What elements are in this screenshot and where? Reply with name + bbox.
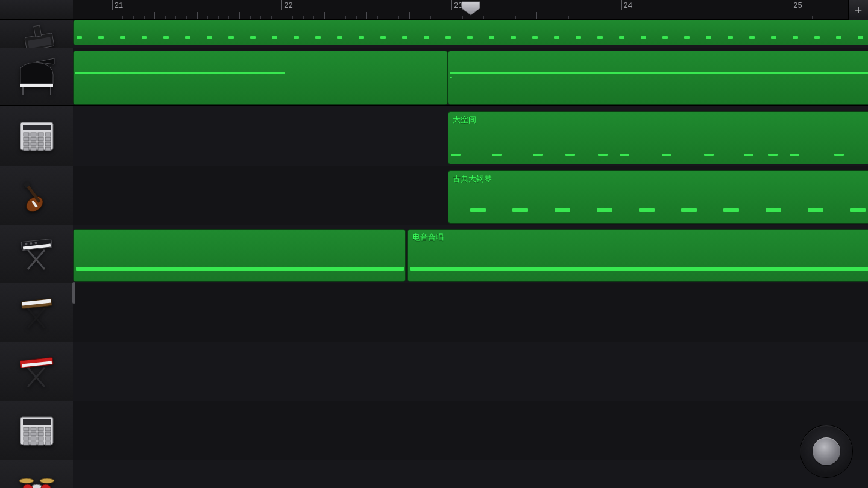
- svg-rect-48: [38, 427, 43, 431]
- svg-rect-51: [31, 432, 36, 436]
- svg-rect-23: [38, 147, 43, 151]
- svg-point-65: [23, 484, 33, 489]
- svg-rect-24: [45, 147, 51, 151]
- svg-rect-49: [45, 427, 51, 431]
- track-header-t1[interactable]: [0, 48, 73, 106]
- svg-point-63: [40, 478, 54, 483]
- plus-icon: +: [855, 2, 863, 18]
- svg-rect-54: [24, 437, 29, 440]
- track-header-t2[interactable]: [0, 106, 73, 166]
- region-r5b[interactable]: 电音合唱: [407, 229, 868, 282]
- track-header-t5[interactable]: [0, 283, 73, 342]
- red-keyboard-icon: [14, 352, 59, 392]
- region-r5a[interactable]: [73, 229, 406, 282]
- svg-rect-52: [38, 432, 43, 436]
- sidebar-scrollbar-thumb[interactable]: [72, 282, 75, 304]
- svg-rect-11: [38, 133, 43, 136]
- add-track-button[interactable]: +: [848, 0, 868, 20]
- svg-point-66: [41, 484, 51, 489]
- synth-stand-icon: [14, 234, 59, 274]
- svg-rect-60: [38, 442, 43, 445]
- svg-rect-61: [45, 442, 51, 445]
- svg-rect-57: [45, 437, 51, 440]
- svg-rect-2: [33, 25, 41, 37]
- playhead-line: [471, 0, 471, 488]
- drum-machine-icon: [14, 411, 59, 451]
- track-header-t7[interactable]: [0, 401, 73, 460]
- svg-rect-13: [24, 137, 29, 141]
- region-r1[interactable]: [73, 51, 448, 105]
- svg-rect-15: [38, 137, 43, 141]
- bar-number: 21: [115, 1, 123, 10]
- svg-rect-50: [24, 432, 29, 436]
- track-headers-sidebar[interactable]: [0, 0, 73, 488]
- svg-rect-16: [45, 137, 51, 141]
- svg-rect-59: [31, 442, 36, 445]
- region-r3[interactable]: 大空间: [448, 111, 868, 164]
- track-header-t0[interactable]: [0, 20, 73, 48]
- svg-rect-55: [31, 437, 36, 440]
- bar-number: 22: [284, 1, 292, 10]
- region-label: 电音合唱: [412, 232, 444, 243]
- svg-rect-58: [24, 442, 29, 445]
- svg-rect-47: [31, 427, 36, 431]
- region-r4[interactable]: 古典大钢琴: [448, 170, 868, 224]
- svg-rect-22: [31, 147, 36, 151]
- drum-kit-icon: [14, 470, 59, 489]
- svg-rect-9: [24, 133, 29, 136]
- grand-piano-icon: [14, 57, 59, 97]
- svg-rect-14: [31, 137, 36, 141]
- svg-rect-10: [31, 133, 36, 136]
- keyboard-b-icon: [14, 293, 59, 333]
- record-button[interactable]: [800, 425, 852, 477]
- track-header-t3[interactable]: [0, 166, 73, 225]
- record-icon: [813, 437, 840, 465]
- svg-rect-56: [38, 437, 43, 440]
- svg-rect-17: [24, 142, 29, 146]
- track-header-t8[interactable]: [0, 460, 73, 488]
- svg-rect-19: [38, 142, 43, 146]
- svg-rect-21: [24, 147, 29, 151]
- svg-rect-46: [24, 427, 29, 431]
- svg-point-62: [19, 478, 34, 483]
- track-header-t6[interactable]: [0, 342, 73, 401]
- svg-rect-20: [45, 142, 51, 146]
- region-r2[interactable]: [448, 51, 868, 105]
- playhead-handle[interactable]: [461, 1, 481, 14]
- svg-rect-18: [31, 142, 36, 146]
- bar-number: 24: [624, 1, 632, 10]
- region-label: 古典大钢琴: [453, 174, 492, 184]
- bass-guitar-icon: [14, 176, 59, 216]
- region-label: 大空间: [453, 114, 476, 125]
- svg-rect-53: [45, 432, 51, 436]
- bar-number: 25: [793, 1, 802, 10]
- drum-machine-icon: [14, 116, 59, 156]
- svg-rect-8: [23, 125, 51, 130]
- svg-rect-3: [20, 84, 53, 87]
- svg-rect-12: [45, 133, 51, 136]
- track-header-t4[interactable]: [0, 225, 73, 283]
- svg-rect-45: [23, 419, 51, 425]
